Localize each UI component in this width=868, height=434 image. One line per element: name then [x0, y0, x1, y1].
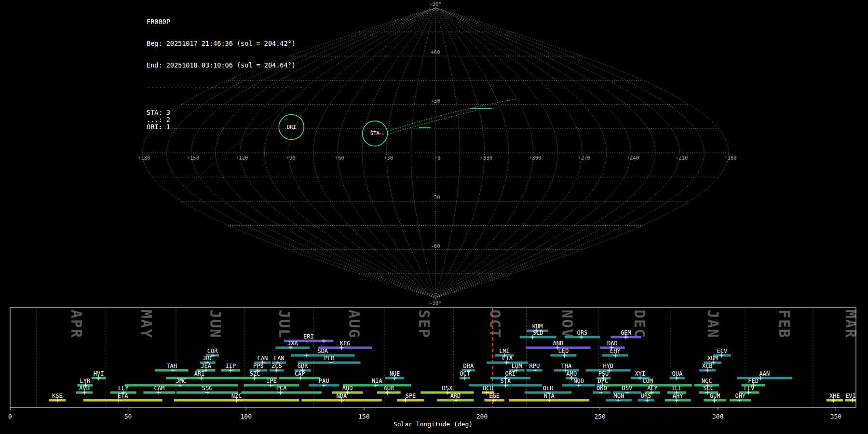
shower-label-RPU: RPU	[529, 363, 540, 369]
observation-header: FR000P Beg: 20251017 21:46:36 (sol = 204…	[147, 4, 303, 145]
shower-CAP: CAP	[279, 370, 321, 380]
shower-NTA: NTA	[509, 393, 589, 403]
shower-STA: STA	[469, 378, 542, 388]
plot-canvas: +180+150+120+90+60+30+0+330+300+270+240+…	[0, 0, 868, 434]
shower-label-FAN: FAN	[274, 355, 285, 362]
shower-label-KCG: KCG	[340, 340, 351, 347]
shower-label-HYD: HYD	[603, 363, 613, 369]
shower-EVI: EVI	[845, 393, 856, 403]
end-time: End: 20251018 03:10:06 (sol = 204.64°)	[147, 62, 303, 69]
shower-label-NCC: NCC	[702, 378, 712, 384]
shower-label-NZC: NZC	[231, 393, 242, 399]
shower-EHY: EHY	[602, 348, 628, 358]
shower-TAH: TAH	[155, 363, 188, 373]
shower-label-ERI: ERI	[303, 333, 314, 340]
x-tick-label-250: 250	[594, 413, 605, 420]
lon-grid-label: +150	[187, 155, 199, 161]
month-label-DEC: DEC	[631, 310, 648, 339]
shower-label-KUM: KUM	[532, 323, 543, 330]
shower-label-AAN: AAN	[760, 370, 770, 377]
shower-label-OCU: OCU	[483, 385, 493, 392]
shower-label-ARI: ARI	[194, 370, 205, 377]
lon-grid-label: +330	[480, 155, 492, 161]
shower-label-AMO: AMO	[567, 370, 577, 377]
shower-label-DSX: DSX	[442, 385, 453, 392]
shower-OCT: OCT	[460, 370, 470, 380]
shower-label-AUR: AUR	[383, 385, 394, 392]
station-code: FR000P	[147, 18, 303, 26]
x-tick-label-300: 300	[712, 413, 723, 420]
shower-HVI: HVI	[92, 370, 106, 380]
shower-label-URS: URS	[641, 393, 651, 399]
shower-NDA: NDA	[301, 393, 381, 403]
shower-label-OCT: OCT	[460, 370, 470, 377]
radiant-drift-trail	[388, 99, 515, 131]
lon-grid-label: +240	[627, 155, 639, 161]
shower-label-SCC: SCC	[703, 385, 714, 392]
lon-grid-label: +180	[724, 155, 736, 161]
x-tick-label-200: 200	[476, 413, 488, 420]
shower-label-NTA: NTA	[544, 393, 555, 399]
lat-grid-label: -90°	[429, 300, 441, 306]
shower-label-CAN: CAN	[258, 355, 268, 362]
shower-label-LMI: LMI	[499, 348, 510, 354]
shower-label-AND: AND	[553, 340, 563, 347]
shower-label-MON: MON	[613, 393, 624, 399]
shower-label-SPE: SPE	[406, 393, 416, 399]
shower-bar-SPE	[397, 399, 424, 402]
shower-label-DAD: DAD	[607, 340, 618, 347]
x-tick-label-150: 150	[358, 413, 369, 420]
begin-time: Beg: 20251017 21:46:36 (sol = 204.42°)	[147, 40, 303, 47]
shower-label-EGE: EGE	[489, 393, 500, 399]
shower-label-CAM: CAM	[154, 385, 165, 392]
shower-label-EHY: EHY	[610, 348, 621, 354]
month-label-APR: APR	[68, 310, 85, 339]
shower-label-ECV: ECV	[717, 348, 728, 354]
shower-label-JEA: JEA	[201, 363, 211, 369]
shower-label-OHY: OHY	[735, 393, 746, 399]
radiant-label-STA: STA	[370, 130, 380, 136]
month-label-SEP: SEP	[416, 310, 433, 339]
shower-label-ZCS: ZCS	[271, 363, 282, 369]
shower-label-XHE: XHE	[829, 393, 840, 399]
shower-RPU: RPU	[527, 363, 542, 373]
shower-KSE: KSE	[49, 393, 66, 403]
activity-timeline: APRMAYJUNJULAUGSEPOCTNOVDECJANFEBMARKUMS…	[8, 308, 859, 428]
peak-marker-SDA	[304, 353, 309, 358]
shower-label-THA: THA	[561, 363, 572, 369]
lon-grid-label: +120	[236, 155, 248, 161]
shower-label-OER: OER	[543, 385, 554, 392]
x-tick-label-50: 50	[124, 413, 132, 420]
shower-label-COR: COR	[207, 348, 218, 354]
shower-label-NDA: NDA	[337, 393, 347, 399]
x-tick-label-100: 100	[241, 413, 252, 420]
shower-label-XUM: XUM	[707, 355, 718, 362]
shower-label-NIA: NIA	[372, 378, 382, 384]
shower-ETA: ETA	[83, 393, 163, 403]
shower-label-GUM: GUM	[710, 393, 720, 399]
shower-label-ELY: ELY	[118, 385, 129, 392]
shower-label-PER: PER	[324, 355, 335, 362]
shower-NUE: NUE	[385, 370, 404, 380]
lon-grid-label: +210	[676, 155, 688, 161]
shower-label-CAP: CAP	[295, 370, 305, 377]
month-label-AUG: AUG	[346, 310, 363, 339]
shower-label-HVI: HVI	[94, 370, 104, 377]
shower-label-ALY: ALY	[647, 385, 658, 392]
shower-bar-ETA	[83, 399, 163, 402]
shower-bar-AAN	[737, 377, 792, 380]
shower-counts: STA: 3...: 2ORI: 1	[147, 109, 303, 131]
month-label-MAR: MAR	[842, 310, 859, 339]
lon-grid-label: +180	[138, 155, 150, 161]
month-label-MAY: MAY	[138, 310, 155, 339]
month-label-JAN: JAN	[705, 310, 721, 339]
shower-label-TAH: TAH	[166, 363, 177, 369]
shower-label-XCB: XCB	[702, 363, 713, 369]
x-tick-label-350: 350	[830, 413, 841, 420]
shower-label-LYR: LYR	[80, 378, 90, 384]
shower-IIP: IIP	[221, 363, 240, 373]
shower-label-SSG: SSG	[202, 385, 213, 392]
month-label-NOV: NOV	[559, 310, 576, 339]
shower-SLD: SLD	[520, 329, 556, 339]
shower-label-GEM: GEM	[621, 329, 631, 336]
